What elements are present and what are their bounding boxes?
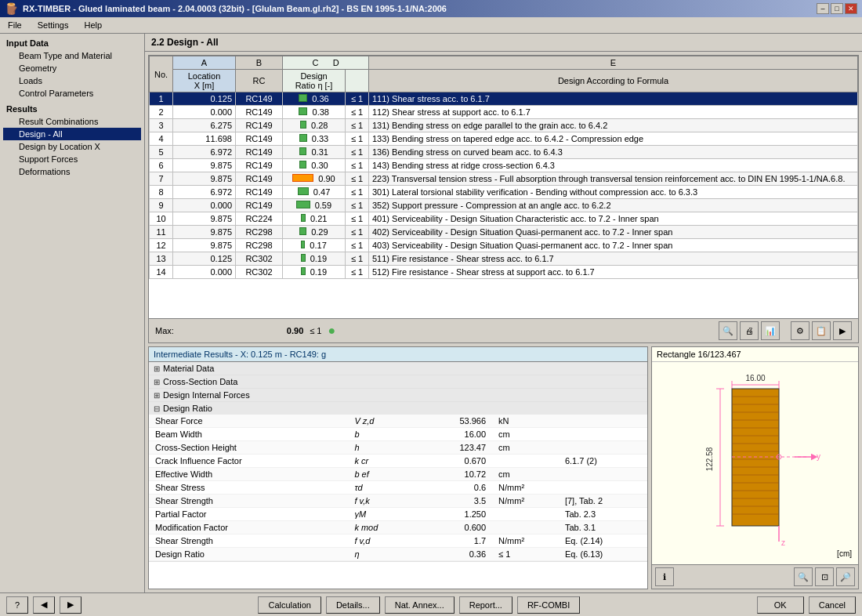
menu-file[interactable]: File [3, 19, 27, 31]
table-cell-ratio: 0.33 [283, 132, 346, 146]
vis-fit-btn[interactable]: ⊡ [815, 567, 834, 586]
view-btn-6[interactable]: ▶ [833, 321, 852, 340]
sidebar-item-loads[interactable]: Loads [3, 74, 141, 87]
vis-zoom-in-btn[interactable]: 🔎 [836, 567, 855, 586]
table-row[interactable]: 11 9.875 RC298 0.29 ≤ 1 402) Serviceabil… [150, 226, 858, 239]
vis-zoom-out-btn[interactable]: 🔍 [794, 567, 813, 586]
table-row[interactable]: 10 9.875 RC224 0.21 ≤ 1 401) Serviceabil… [150, 212, 858, 226]
int-unit: ≤ 1 [492, 548, 559, 561]
table-cell-location: 0.000 [173, 199, 236, 212]
int-data-row: Beam Width b 16.00 cm [149, 428, 647, 441]
sidebar-item-design-by-location[interactable]: Design by Location X [3, 140, 141, 153]
sidebar-item-geometry[interactable]: Geometry [3, 62, 141, 74]
next-button[interactable]: ▶ [60, 596, 81, 614]
material-data-toggle[interactable]: ⊞ Material Data [149, 362, 647, 375]
int-symbol: k cr [348, 455, 415, 468]
details-button[interactable]: Details... [326, 596, 380, 614]
table-row[interactable]: 7 9.875 RC149 0.90 ≤ 1 223) Transversal … [150, 172, 858, 186]
int-symbol: k mod [348, 521, 415, 534]
table-row[interactable]: 2 0.000 RC149 0.38 ≤ 1 112) Shear stress… [150, 106, 858, 119]
table-row[interactable]: 6 9.875 RC149 0.30 ≤ 1 143) Bending stre… [150, 159, 858, 172]
menu-help[interactable]: Help [79, 19, 107, 31]
close-button[interactable]: ✕ [845, 3, 857, 14]
table-cell-no: 8 [150, 186, 173, 199]
table-row[interactable]: 3 6.275 RC149 0.28 ≤ 1 131) Bending stre… [150, 119, 858, 132]
int-symbol: f v,d [348, 534, 415, 548]
max-value: 0.90 [287, 326, 303, 335]
internal-forces-toggle[interactable]: ⊞ Design Internal Forces [149, 389, 647, 401]
int-symbol: b ef [348, 468, 415, 481]
int-ref: Eq. (6.13) [559, 548, 647, 561]
view-btn-1[interactable]: 🔍 [719, 321, 737, 340]
menu-settings[interactable]: Settings [33, 19, 74, 31]
int-ref [559, 415, 647, 428]
int-symbol: γM [348, 508, 415, 521]
table-cell-no: 3 [150, 119, 173, 132]
table-cell-le: ≤ 1 [346, 106, 369, 119]
table-cell-formula: 223) Transversal tension stress - Full a… [369, 172, 858, 186]
rf-combi-button[interactable]: RF-COMBI [517, 596, 580, 614]
table-row[interactable]: 4 11.698 RC149 0.33 ≤ 1 133) Bending str… [150, 132, 858, 146]
view-btn-3[interactable]: 📊 [761, 321, 780, 340]
int-label: Partial Factor [149, 508, 348, 521]
int-label: Shear Force [149, 415, 348, 428]
view-btn-4[interactable]: ⚙ [791, 321, 809, 340]
minimize-button[interactable]: – [817, 3, 829, 14]
int-label: Shear Strength [149, 534, 348, 548]
table-cell-no: 2 [150, 106, 173, 119]
table-cell-ratio: 0.47 [283, 186, 346, 199]
table-cell-no: 7 [150, 172, 173, 186]
col-header-c[interactable]: C D [283, 56, 369, 70]
calculation-button[interactable]: Calculation [258, 596, 321, 614]
cross-section-toggle[interactable]: ⊞ Cross-Section Data [149, 375, 647, 388]
table-cell-rc: RC302 [236, 252, 283, 266]
sub-header-rc: RC [236, 70, 283, 92]
table-row[interactable]: 9 0.000 RC149 0.59 ≤ 1 352) Support pres… [150, 199, 858, 212]
ok-button[interactable]: OK [757, 596, 804, 614]
report-button[interactable]: Report... [459, 596, 512, 614]
expand-icon-forces: ⊞ [154, 391, 160, 400]
sidebar-item-result-combinations[interactable]: Result Combinations [3, 115, 141, 128]
int-data-row: Shear Stress τd 0.6 N/mm² [149, 481, 647, 495]
sidebar-item-design-all[interactable]: Design - All [3, 128, 141, 140]
view-btn-5[interactable]: 📋 [812, 321, 831, 340]
col-header-a[interactable]: A [173, 56, 236, 70]
table-scroll-area[interactable]: No. A B C D E LocationX [m] RC DesignRat… [149, 56, 858, 318]
int-label: Beam Width [149, 428, 348, 441]
table-row[interactable]: 1 0.125 RC149 0.36 ≤ 1 111) Shear stress… [150, 92, 858, 106]
int-data-row: Partial Factor γM 1.250 Tab. 2.3 [149, 508, 647, 521]
table-row[interactable]: 13 0.125 RC302 0.19 ≤ 1 511) Fire resist… [150, 252, 858, 266]
int-unit [492, 455, 559, 468]
table-cell-rc: RC302 [236, 266, 283, 279]
table-cell-le: ≤ 1 [346, 132, 369, 146]
sidebar-item-support-forces[interactable]: Support Forces [3, 153, 141, 165]
table-cell-le: ≤ 1 [346, 239, 369, 252]
vis-info-btn[interactable]: ℹ [655, 567, 674, 586]
maximize-button[interactable]: □ [831, 3, 843, 14]
cancel-button[interactable]: Cancel [809, 596, 856, 614]
col-header-e[interactable]: E [369, 56, 858, 70]
nat-annex-button[interactable]: Nat. Annex... [385, 596, 455, 614]
help-button[interactable]: ? [6, 596, 28, 614]
table-cell-rc: RC149 [236, 172, 283, 186]
table-row[interactable]: 12 9.875 RC298 0.17 ≤ 1 403) Serviceabil… [150, 239, 858, 252]
table-cell-le: ≤ 1 [346, 119, 369, 132]
table-row[interactable]: 14 0.000 RC302 0.19 ≤ 1 512) Fire resist… [150, 266, 858, 279]
view-btn-2[interactable]: 🖨 [740, 321, 759, 340]
col-header-b[interactable]: B [236, 56, 283, 70]
table-cell-location: 6.275 [173, 119, 236, 132]
table-row[interactable]: 8 6.972 RC149 0.47 ≤ 1 301) Lateral tors… [150, 186, 858, 199]
int-unit: cm [492, 441, 559, 455]
internal-forces-label: Design Internal Forces [163, 390, 250, 400]
int-ref [559, 468, 647, 481]
prev-button[interactable]: ◀ [33, 596, 55, 614]
sidebar-item-deformations[interactable]: Deformations [3, 165, 141, 178]
design-ratio-toggle[interactable]: ⊟ Design Ratio [149, 402, 647, 415]
bottom-bar: ? ◀ ▶ Calculation Details... Nat. Annex.… [0, 592, 862, 616]
sidebar-item-control-params[interactable]: Control Parameters [3, 87, 141, 100]
table-cell-location: 0.125 [173, 92, 236, 106]
table-row[interactable]: 5 6.972 RC149 0.31 ≤ 1 136) Bending stre… [150, 146, 858, 159]
sidebar-item-beam-type[interactable]: Beam Type and Material [3, 49, 141, 62]
table-cell-no: 12 [150, 239, 173, 252]
sub-header-location: LocationX [m] [173, 70, 236, 92]
